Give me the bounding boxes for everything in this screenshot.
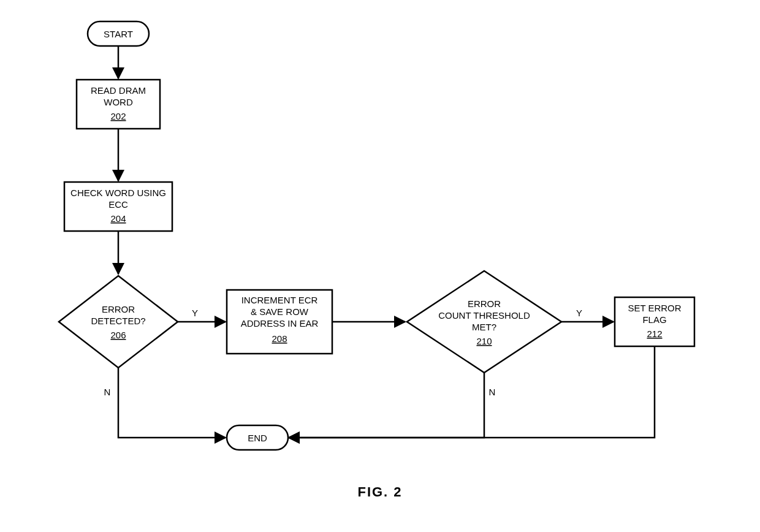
detected-yes-label: Y (192, 308, 198, 318)
read-dram-word-box: READ DRAM WORD 202 (77, 80, 160, 129)
read-dram-ref: 202 (110, 111, 126, 121)
increment-line3: ADDRESS IN EAR (241, 318, 319, 329)
threshold-no-label: N (489, 387, 496, 397)
threshold-ref: 210 (476, 336, 492, 346)
error-detected-decision: ERROR DETECTED? 206 (59, 276, 178, 368)
flowchart-figure: START READ DRAM WORD 202 CHECK WORD USIN… (0, 0, 760, 532)
threshold-line1: ERROR (468, 298, 501, 309)
increment-line2: & SAVE ROW (251, 306, 309, 317)
error-detected-line1: ERROR (102, 304, 135, 314)
edge-detected-no (118, 368, 226, 438)
set-flag-line2: FLAG (642, 314, 666, 325)
start-terminal: START (88, 21, 149, 46)
read-dram-line1: READ DRAM (91, 85, 146, 96)
threshold-decision: ERROR COUNT THRESHOLD MET? 210 (407, 271, 561, 373)
set-error-flag-box: SET ERROR FLAG 212 (615, 297, 694, 346)
end-label: END (248, 433, 267, 443)
edge-setflag-to-end (289, 346, 655, 438)
increment-ecr-box: INCREMENT ECR & SAVE ROW ADDRESS IN EAR … (227, 290, 332, 354)
increment-ref: 208 (272, 333, 287, 344)
check-word-ref: 204 (110, 213, 126, 224)
increment-line1: INCREMENT ECR (241, 295, 318, 305)
start-label: START (104, 29, 133, 39)
threshold-line2: COUNT THRESHOLD (438, 310, 530, 321)
check-word-line2: ECC (108, 199, 128, 210)
error-detected-line2: DETECTED? (91, 316, 145, 326)
error-detected-ref: 206 (110, 330, 126, 340)
detected-no-label: N (104, 387, 111, 397)
read-dram-line2: WORD (104, 97, 133, 107)
end-terminal: END (227, 425, 288, 450)
threshold-line3: MET? (472, 322, 496, 332)
threshold-yes-label: Y (576, 308, 582, 318)
check-word-ecc-box: CHECK WORD USING ECC 204 (64, 182, 172, 231)
set-flag-ref: 212 (647, 329, 662, 339)
set-flag-line1: SET ERROR (628, 303, 681, 313)
figure-label: FIG. 2 (357, 484, 402, 500)
check-word-line1: CHECK WORD USING (70, 188, 166, 198)
edge-threshold-no (289, 373, 484, 438)
